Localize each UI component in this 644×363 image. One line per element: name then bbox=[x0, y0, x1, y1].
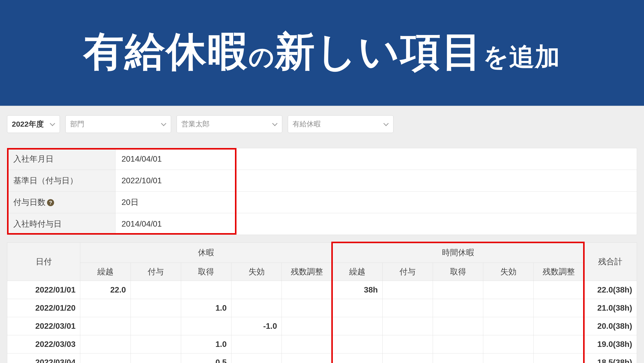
cell-total: 18.5(38h) bbox=[584, 353, 637, 363]
cell-l_expire bbox=[231, 353, 282, 363]
cell-l_adjust bbox=[282, 353, 332, 363]
col-time-group: 時間休暇 bbox=[332, 243, 584, 263]
cell-t_expire bbox=[483, 299, 534, 317]
info-row: 入社年月日2014/04/01 bbox=[7, 148, 637, 170]
cell-l_grant bbox=[131, 335, 181, 353]
cell-date: 2022/01/20 bbox=[7, 299, 80, 317]
title-part1: 有給休暇 bbox=[84, 31, 249, 72]
info-value: 2022/10/01 bbox=[115, 170, 637, 192]
chevron-down-icon bbox=[384, 122, 389, 127]
leave-type-select[interactable]: 有給休暇 bbox=[288, 115, 393, 133]
cell-l_taken bbox=[181, 317, 231, 335]
department-select-label: 部門 bbox=[70, 119, 84, 129]
cell-t_adjust bbox=[534, 299, 584, 317]
data-section: 日付 休暇 時間休暇 残合計 繰越 付与 取得 失効 残数調整 繰越 付与 取得… bbox=[7, 242, 637, 363]
help-icon[interactable]: ? bbox=[47, 199, 54, 206]
chevron-down-icon bbox=[50, 122, 55, 127]
cell-total: 22.0(38h) bbox=[584, 281, 637, 299]
cell-l_expire bbox=[231, 335, 282, 353]
cell-t_grant bbox=[382, 281, 433, 299]
cell-l_adjust bbox=[282, 335, 332, 353]
content-area: 2022年度 部門 営業太郎 有給休暇 入社年月日2014/04/01基準日（付… bbox=[0, 106, 644, 363]
info-section: 入社年月日2014/04/01基準日（付与日）2022/10/01付与日数?20… bbox=[7, 148, 637, 235]
year-select[interactable]: 2022年度 bbox=[7, 115, 60, 133]
col-total: 残合計 bbox=[584, 243, 637, 281]
chevron-down-icon bbox=[161, 122, 166, 127]
col-leave-taken: 取得 bbox=[181, 263, 231, 281]
table-row: 2022/03/040.518.5(38h) bbox=[7, 353, 637, 363]
col-leave-adjust: 残数調整 bbox=[282, 263, 332, 281]
info-label: 基準日（付与日） bbox=[7, 170, 115, 192]
info-table: 入社年月日2014/04/01基準日（付与日）2022/10/01付与日数?20… bbox=[7, 148, 637, 235]
cell-t_expire bbox=[483, 281, 534, 299]
info-value: 20日 bbox=[115, 192, 637, 213]
cell-l_adjust bbox=[282, 281, 332, 299]
table-row: 2022/01/0122.038h22.0(38h) bbox=[7, 281, 637, 299]
cell-date: 2022/01/01 bbox=[7, 281, 80, 299]
cell-t_grant bbox=[382, 335, 433, 353]
cell-l_grant bbox=[131, 317, 181, 335]
cell-t_expire bbox=[483, 353, 534, 363]
col-leave-expire: 失効 bbox=[231, 263, 282, 281]
cell-t_expire bbox=[483, 335, 534, 353]
cell-t_grant bbox=[382, 317, 433, 335]
col-leave-group: 休暇 bbox=[80, 243, 332, 263]
cell-t_adjust bbox=[534, 281, 584, 299]
employee-select-label: 営業太郎 bbox=[181, 119, 210, 129]
header-banner: 有給休暇 の 新しい項目 を追加 bbox=[0, 0, 644, 106]
cell-l_adjust bbox=[282, 317, 332, 335]
year-select-label: 2022年度 bbox=[12, 119, 44, 129]
cell-l_carry bbox=[80, 317, 131, 335]
cell-l_carry bbox=[80, 335, 131, 353]
title-part4: を追加 bbox=[483, 40, 560, 74]
leave-type-select-label: 有給休暇 bbox=[293, 119, 321, 129]
department-select[interactable]: 部門 bbox=[65, 115, 171, 133]
chevron-down-icon bbox=[272, 122, 277, 127]
info-row: 付与日数?20日 bbox=[7, 192, 637, 213]
cell-l_taken: 1.0 bbox=[181, 299, 231, 317]
title-part2: の bbox=[249, 40, 275, 74]
cell-l_expire bbox=[231, 299, 282, 317]
cell-l_adjust bbox=[282, 299, 332, 317]
cell-t_carry: 38h bbox=[332, 281, 382, 299]
info-label: 付与日数? bbox=[7, 192, 115, 213]
employee-select[interactable]: 営業太郎 bbox=[177, 115, 282, 133]
info-row: 基準日（付与日）2022/10/01 bbox=[7, 170, 637, 192]
cell-t_grant bbox=[382, 353, 433, 363]
leave-data-table: 日付 休暇 時間休暇 残合計 繰越 付与 取得 失効 残数調整 繰越 付与 取得… bbox=[7, 242, 637, 363]
col-time-adjust: 残数調整 bbox=[534, 263, 584, 281]
cell-l_grant bbox=[131, 353, 181, 363]
info-row: 入社時付与日2014/04/01 bbox=[7, 213, 637, 235]
cell-total: 19.0(38h) bbox=[584, 335, 637, 353]
info-value: 2014/04/01 bbox=[115, 213, 637, 235]
cell-t_grant bbox=[382, 299, 433, 317]
title-part3: 新しい項目 bbox=[275, 31, 483, 72]
info-label: 入社年月日 bbox=[7, 148, 115, 170]
page-title: 有給休暇 の 新しい項目 を追加 bbox=[84, 31, 560, 74]
cell-date: 2022/03/01 bbox=[7, 317, 80, 335]
cell-t_carry bbox=[332, 353, 382, 363]
info-value: 2014/04/01 bbox=[115, 148, 637, 170]
cell-t_adjust bbox=[534, 317, 584, 335]
col-leave-carry: 繰越 bbox=[80, 263, 131, 281]
cell-l_taken bbox=[181, 281, 231, 299]
cell-l_expire bbox=[231, 281, 282, 299]
col-leave-grant: 付与 bbox=[131, 263, 181, 281]
cell-t_carry bbox=[332, 335, 382, 353]
cell-t_expire bbox=[483, 317, 534, 335]
col-time-expire: 失効 bbox=[483, 263, 534, 281]
cell-t_adjust bbox=[534, 335, 584, 353]
cell-t_taken bbox=[433, 281, 483, 299]
cell-l_carry: 22.0 bbox=[80, 281, 131, 299]
table-row: 2022/03/031.019.0(38h) bbox=[7, 335, 637, 353]
col-date: 日付 bbox=[7, 243, 80, 281]
cell-l_taken: 0.5 bbox=[181, 353, 231, 363]
cell-l_carry bbox=[80, 299, 131, 317]
table-row: 2022/03/01-1.020.0(38h) bbox=[7, 317, 637, 335]
cell-t_taken bbox=[433, 299, 483, 317]
col-time-taken: 取得 bbox=[433, 263, 483, 281]
cell-l_expire: -1.0 bbox=[231, 317, 282, 335]
cell-t_taken bbox=[433, 335, 483, 353]
cell-t_carry bbox=[332, 299, 382, 317]
cell-l_taken: 1.0 bbox=[181, 335, 231, 353]
